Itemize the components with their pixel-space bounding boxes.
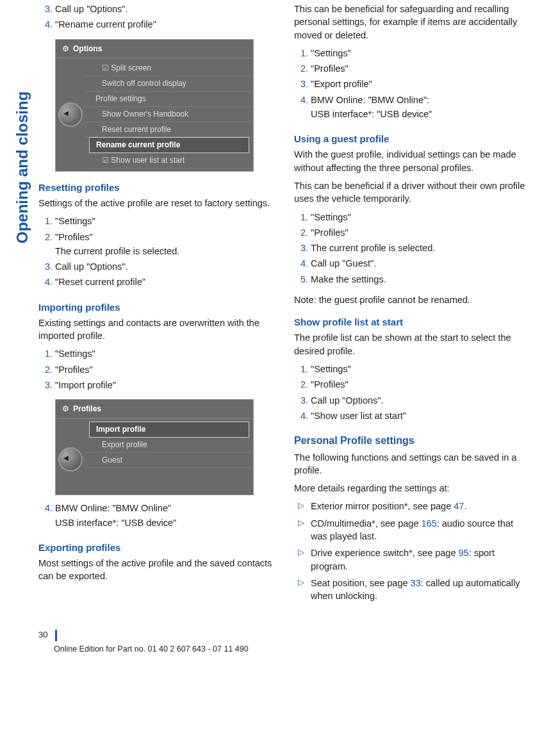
- idrive-screenshot-profiles: Profiles Import profile Export profile G…: [55, 399, 254, 495]
- step-item: "Profiles": [311, 62, 532, 78]
- step-subtext: USB interface*: "USB device": [55, 516, 276, 529]
- screenshot-title: Options: [73, 44, 102, 54]
- paragraph: More details regarding the settings at:: [294, 482, 532, 495]
- step-item: Call up "Options".: [55, 3, 276, 18]
- step-item: The current profile is selected.: [311, 242, 532, 257]
- gear-icon: [62, 404, 69, 415]
- step-item: "Reset current profile": [55, 275, 276, 291]
- step-item: "Profiles": [55, 363, 276, 379]
- left-column: Call up "Options". "Rename current profi…: [38, 0, 276, 611]
- menu-item: Guest: [85, 453, 253, 468]
- step-item: "Rename current profile": [55, 18, 276, 33]
- screenshot-title: Profiles: [73, 404, 101, 415]
- step-subtext: The current profile is selected.: [55, 245, 276, 258]
- gear-icon: [62, 44, 69, 54]
- heading-exporting-profiles: Exporting profiles: [38, 541, 276, 554]
- idrive-screenshot-options: Options Split screen Switch off control …: [55, 39, 254, 172]
- page-link[interactable]: 165: [421, 518, 436, 529]
- step-item: "Settings": [55, 215, 276, 230]
- paragraph: This can be beneficial for safeguarding …: [294, 3, 532, 42]
- bullet-item: Drive experience switch*, see page 95: s…: [311, 546, 532, 577]
- heading-show-profile-list: Show profile list at start: [294, 315, 532, 329]
- heading-guest-profile: Using a guest profile: [294, 132, 532, 145]
- idrive-knob-icon: [58, 447, 83, 472]
- heading-personal-profile-settings: Personal Profile settings: [294, 434, 532, 448]
- step-subtext: USB interface*: "USB device": [311, 108, 532, 120]
- paragraph: Settings of the active profile are reset…: [38, 197, 276, 210]
- paragraph: Most settings of the active profile and …: [38, 557, 276, 583]
- section-side-label: Opening and closing: [12, 92, 33, 243]
- bullet-item: Exterior mirror position*, see page 47.: [311, 500, 532, 516]
- paragraph: With the guest profile, individual setti…: [294, 148, 532, 174]
- menu-item-selected: Import profile: [89, 422, 249, 438]
- heading-importing-profiles: Importing profiles: [38, 300, 276, 314]
- step-item: "Profiles": [311, 378, 532, 393]
- menu-item: Reset current profile: [85, 122, 253, 138]
- step-item: "Profiles": [311, 226, 532, 242]
- step-item: BMW Online: "BMW Online" USB interface*:…: [55, 502, 276, 532]
- idrive-knob-icon: [58, 103, 83, 127]
- step-item: "Settings": [311, 363, 532, 378]
- step-item: "Profiles" The current profile is select…: [55, 231, 276, 261]
- paragraph: This can be beneficial if a driver witho…: [294, 179, 532, 206]
- step-item: "Settings": [311, 47, 532, 62]
- menu-item-selected: Rename current profile: [89, 137, 249, 153]
- right-column: This can be beneficial for safeguarding …: [294, 0, 532, 611]
- page-link[interactable]: 47: [454, 501, 464, 511]
- step-item: Call up "Options".: [311, 394, 532, 409]
- step-item: "Settings": [311, 211, 532, 226]
- step-item: Call up "Options".: [55, 260, 276, 275]
- step-item: "Import profile": [55, 379, 276, 394]
- page-footer: 30: [38, 629, 532, 641]
- bullet-item: Seat position, see page 33: called up au…: [311, 577, 532, 607]
- step-item: Make the settings.: [311, 273, 532, 288]
- page-link[interactable]: 33: [411, 578, 421, 588]
- page-number: 30: [38, 629, 47, 641]
- step-item: "Settings": [55, 347, 276, 363]
- step-item: BMW Online: "BMW Online": USB interface*…: [311, 94, 532, 124]
- heading-resetting-profiles: Resetting profiles: [38, 181, 276, 194]
- menu-item: Split screen: [85, 61, 253, 76]
- footer-divider: [55, 630, 57, 641]
- step-item: "Show user list at start": [311, 409, 532, 425]
- step-item: "Export profile": [311, 78, 532, 93]
- paragraph: Existing settings and contacts are overw…: [38, 316, 276, 343]
- footer-text: Online Edition for Part no. 01 40 2 607 …: [38, 644, 532, 655]
- menu-item: Export profile: [85, 438, 253, 453]
- menu-item: Show Owner's Handbook: [85, 107, 253, 122]
- menu-item: Switch off control display: [85, 76, 253, 92]
- paragraph: The profile list can be shown at the sta…: [294, 331, 532, 357]
- paragraph: The following functions and settings can…: [294, 451, 532, 477]
- page-link[interactable]: 95: [459, 548, 469, 558]
- menu-item: Profile settings: [85, 92, 253, 107]
- bullet-item: CD/multimedia*, see page 165: audio sour…: [311, 517, 532, 547]
- menu-item: Show user list at start: [85, 153, 253, 168]
- paragraph: Note: the guest profile cannot be rename…: [294, 293, 532, 306]
- step-item: Call up "Guest".: [311, 257, 532, 272]
